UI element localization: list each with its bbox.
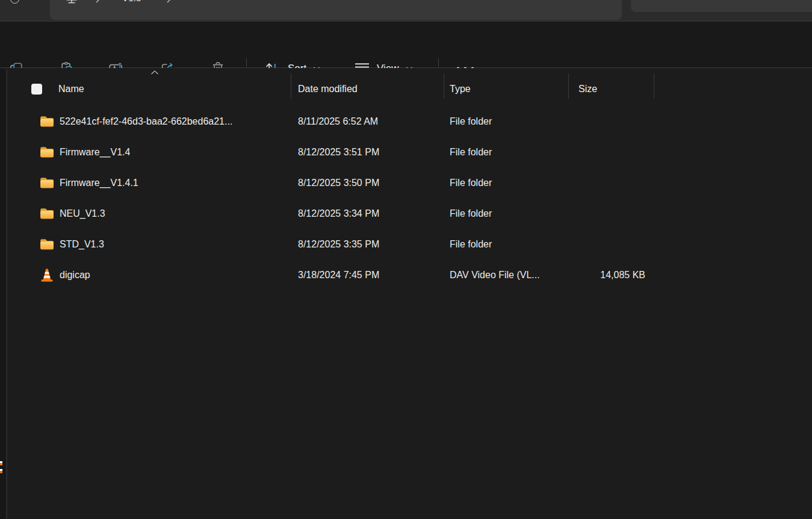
file-row[interactable]: STD_V1.3 8/12/2025 3:35 PM File folder	[18, 229, 812, 260]
file-date-modified: 8/12/2025 3:35 PM	[291, 239, 444, 250]
command-toolbar: Sort View	[0, 22, 812, 68]
file-row[interactable]: digicap 3/18/2024 7:45 PM DAV Video File…	[18, 260, 812, 290]
column-header-type[interactable]: Type	[444, 84, 568, 95]
file-type: DAV Video File (VL...	[444, 270, 568, 281]
file-row[interactable]: Firmware__V1.4.1 8/12/2025 3:50 PM File …	[18, 167, 812, 198]
folder-icon	[40, 238, 54, 250]
file-name: 522e41cf-fef2-46d3-baa2-662bed6a21...	[60, 116, 232, 127]
vlc-cone-icon	[40, 268, 54, 282]
file-name: digicap	[60, 270, 90, 281]
this-pc-icon	[65, 0, 78, 4]
edge-artifact	[0, 461, 2, 465]
file-date-modified: 3/18/2024 7:45 PM	[291, 270, 444, 281]
file-type: File folder	[444, 116, 568, 127]
search-box[interactable]	[631, 0, 812, 12]
column-header-size[interactable]: Size	[568, 84, 654, 95]
column-header-row: Name Date modified Type Size	[18, 74, 654, 104]
file-date-modified: 8/12/2025 3:34 PM	[291, 208, 444, 219]
breadcrumb-chevron-icon[interactable]	[166, 0, 172, 3]
column-header-label: Name	[58, 84, 84, 95]
folder-icon	[40, 177, 54, 189]
folder-icon	[40, 116, 54, 128]
breadcrumb-folder-fragment[interactable]: V1.3	[122, 0, 141, 3]
column-resize-handle[interactable]	[444, 73, 444, 99]
file-name: STD_V1.3	[60, 239, 104, 250]
column-header-name[interactable]: Name	[18, 84, 291, 95]
file-type: File folder	[444, 178, 568, 188]
column-resize-handle[interactable]	[654, 73, 654, 99]
file-type: File folder	[444, 208, 568, 219]
folder-icon	[40, 208, 54, 220]
file-date-modified: 8/12/2025 3:51 PM	[291, 147, 444, 158]
refresh-icon[interactable]	[10, 0, 19, 4]
file-type: File folder	[444, 147, 568, 158]
column-resize-handle[interactable]	[568, 73, 569, 99]
file-name: Firmware__V1.4	[60, 147, 130, 158]
file-explorer-window: V1.3	[0, 0, 812, 519]
file-date-modified: 8/11/2025 6:52 AM	[291, 116, 444, 127]
folder-icon	[40, 146, 54, 158]
select-all-checkbox[interactable]	[31, 84, 42, 95]
file-rows: 522e41cf-fef2-46d3-baa2-662bed6a21... 8/…	[0, 106, 812, 290]
file-row[interactable]: 522e41cf-fef2-46d3-baa2-662bed6a21... 8/…	[18, 106, 812, 137]
file-list-area: Name Date modified Type Size 522e41cf-fe…	[0, 68, 812, 519]
column-resize-handle[interactable]	[291, 73, 291, 99]
file-row[interactable]: NEU_V1.3 8/12/2025 3:34 PM File folder	[18, 198, 812, 229]
file-type: File folder	[444, 239, 568, 250]
column-header-label: Date modified	[298, 84, 358, 94]
file-name: NEU_V1.3	[60, 208, 105, 219]
edge-artifact	[0, 469, 2, 473]
file-date-modified: 8/12/2025 3:50 PM	[291, 178, 444, 188]
file-size: 14,085 KB	[568, 270, 654, 281]
breadcrumb-chevron-icon[interactable]	[95, 0, 101, 3]
address-bar-row: V1.3	[0, 0, 812, 22]
column-header-date-modified[interactable]: Date modified	[291, 84, 444, 95]
file-name: Firmware__V1.4.1	[60, 178, 138, 188]
file-row[interactable]: Firmware__V1.4 8/12/2025 3:51 PM File fo…	[18, 137, 812, 167]
column-header-label: Type	[450, 84, 471, 94]
column-header-label: Size	[578, 84, 597, 94]
